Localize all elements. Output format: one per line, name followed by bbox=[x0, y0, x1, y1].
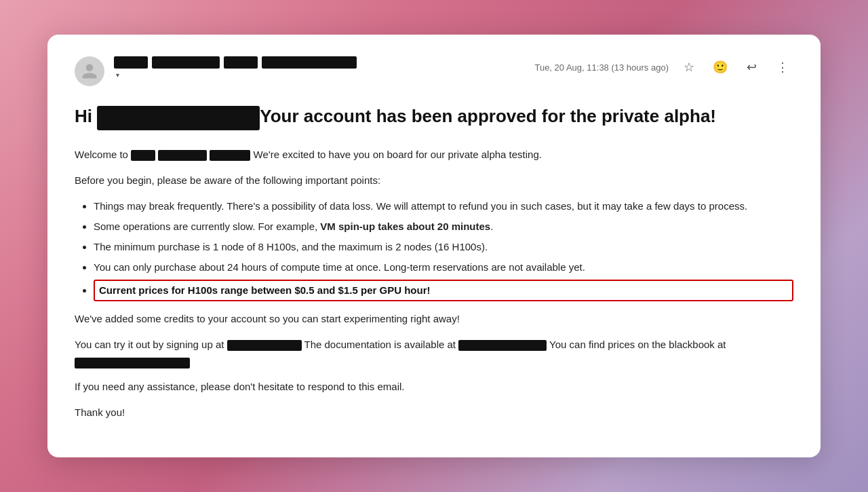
email-header: ▾ Tue, 20 Aug, 11:38 (13 hours ago) ☆ 🙂 … bbox=[75, 56, 793, 86]
highlighted-list-item: Current prices for H100s range between $… bbox=[94, 280, 793, 301]
try-it-prefix: You can try it out by signing up at bbox=[75, 339, 224, 350]
emoji-icon: 🙂 bbox=[713, 60, 728, 75]
assistance-paragraph: If you need any assistance, please don't… bbox=[75, 379, 793, 395]
redacted-sender-4 bbox=[262, 56, 357, 69]
before-begin-paragraph: Before you begin, please be aware of the… bbox=[75, 172, 793, 189]
redacted-name bbox=[97, 106, 260, 130]
reply-icon: ↩ bbox=[747, 60, 757, 75]
redacted-company-2 bbox=[158, 150, 207, 161]
subject-main: Your account has been approved for the p… bbox=[260, 106, 716, 126]
list-item: The minimum purchase is 1 node of 8 H100… bbox=[94, 239, 793, 255]
more-button[interactable]: ⋮ bbox=[772, 56, 793, 78]
bullet-text-2-bold: VM spin-up takes about 20 minutes bbox=[320, 221, 490, 232]
to-me-label[interactable]: ▾ bbox=[114, 71, 357, 79]
credits-paragraph: We've added some credits to your account… bbox=[75, 311, 793, 327]
try-it-suffix: You can find prices on the blackbook at bbox=[549, 339, 726, 350]
assistance-text: If you need any assistance, please don't… bbox=[75, 381, 405, 392]
sender-name-row bbox=[114, 56, 357, 69]
bullet-text-2-suffix: . bbox=[490, 221, 493, 232]
welcome-suffix: We're excited to have you on board for o… bbox=[254, 149, 542, 160]
header-meta: Tue, 20 Aug, 11:38 (13 hours ago) ☆ 🙂 ↩ … bbox=[534, 56, 793, 78]
sender-section: ▾ bbox=[75, 56, 357, 86]
credits-text: We've added some credits to your account… bbox=[75, 313, 460, 324]
person-icon bbox=[81, 62, 98, 80]
redacted-sender-1 bbox=[114, 56, 148, 69]
bullet-list: Things may break frequently. There's a p… bbox=[94, 198, 793, 301]
emoji-button[interactable]: 🙂 bbox=[709, 56, 731, 78]
list-item: Some operations are currently slow. For … bbox=[94, 219, 793, 235]
welcome-paragraph: Welcome to We're excited to have you on … bbox=[75, 147, 793, 163]
bullet-text-2-prefix: Some operations are currently slow. For … bbox=[94, 221, 320, 232]
timestamp: Tue, 20 Aug, 11:38 (13 hours ago) bbox=[534, 62, 669, 73]
redacted-company-1 bbox=[131, 150, 155, 161]
try-it-middle: The documentation is available at bbox=[304, 339, 456, 350]
bullet-text-1: Things may break frequently. There's a p… bbox=[94, 200, 747, 212]
sender-info: ▾ bbox=[114, 56, 357, 79]
list-item: Things may break frequently. There's a p… bbox=[94, 198, 793, 214]
to-me-chevron: ▾ bbox=[116, 71, 119, 79]
bullet-text-4: You can only purchase about 24 hours of … bbox=[94, 261, 585, 273]
list-item: You can only purchase about 24 hours of … bbox=[94, 259, 793, 276]
email-card: ▾ Tue, 20 Aug, 11:38 (13 hours ago) ☆ 🙂 … bbox=[47, 35, 821, 457]
subject-hi: Hi bbox=[75, 106, 97, 126]
bullet-text-5: Current prices for H100s range between $… bbox=[99, 284, 431, 296]
redacted-sender-3 bbox=[224, 56, 258, 69]
before-begin-text: Before you begin, please be aware of the… bbox=[75, 174, 380, 186]
redacted-url-2 bbox=[458, 340, 547, 351]
redacted-company-3 bbox=[210, 150, 250, 161]
email-body: Welcome to We're excited to have you on … bbox=[75, 147, 793, 421]
redacted-url-3 bbox=[75, 358, 190, 368]
thank-you-text: Thank you! bbox=[75, 406, 125, 418]
welcome-prefix: Welcome to bbox=[75, 149, 128, 160]
bullet-text-3: The minimum purchase is 1 node of 8 H100… bbox=[94, 241, 488, 252]
email-subject: Hi Your account has been approved for th… bbox=[75, 105, 793, 130]
avatar bbox=[75, 56, 104, 86]
star-button[interactable]: ☆ bbox=[678, 56, 700, 78]
redacted-sender-2 bbox=[152, 56, 220, 69]
star-icon: ☆ bbox=[684, 60, 694, 75]
reply-button[interactable]: ↩ bbox=[741, 56, 762, 78]
redacted-url-1 bbox=[227, 340, 302, 351]
more-icon: ⋮ bbox=[776, 60, 789, 75]
thank-you-paragraph: Thank you! bbox=[75, 404, 793, 421]
try-it-paragraph: You can try it out by signing up at The … bbox=[75, 337, 793, 369]
